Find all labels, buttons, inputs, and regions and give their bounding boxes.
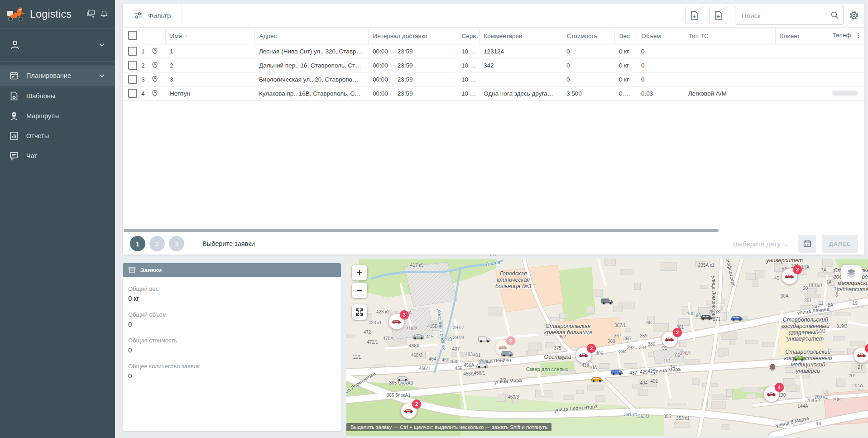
add-document-button[interactable] (685, 7, 703, 24)
cell-name: Нептун (165, 87, 254, 101)
search-input[interactable] (741, 11, 833, 20)
cell-service: 10 … (457, 87, 479, 101)
toolbar-divider (182, 4, 182, 27)
cell-volume: 0 (637, 72, 684, 87)
sidebar-item-reports[interactable]: Отчеты (0, 126, 115, 146)
header-select[interactable] (123, 28, 165, 44)
sidebar-item-chat[interactable]: Чат (0, 146, 115, 166)
user-menu[interactable] (0, 29, 115, 62)
sidebar-item-templates[interactable]: Шаблоны (0, 86, 115, 106)
orders-summary-panel: Заявки Общий вес 0 кг Общий объем 0 Обща… (123, 263, 341, 431)
cell-volume: 0.03 (637, 87, 684, 101)
vehicle-marker-truck[interactable] (478, 336, 491, 342)
resize-handle[interactable]: ⋯ (485, 252, 502, 258)
vehicle-marker-car[interactable] (792, 354, 806, 361)
column-vehicle-type[interactable]: Тип ТС (684, 28, 775, 44)
zoom-in-button[interactable]: + (352, 265, 367, 280)
column-interval[interactable]: Интервал доставки (368, 28, 457, 44)
table-row[interactable]: 1 1 Лесная (Нива Снт) ул., 320, Ставр… 0… (123, 44, 864, 58)
vehicle-marker-car[interactable] (396, 375, 409, 381)
cell-interval: 00:00 — 23:59 (368, 44, 457, 58)
calendar-button[interactable] (798, 235, 816, 253)
row-checkbox[interactable] (128, 75, 137, 84)
vehicle-marker-car[interactable] (730, 314, 743, 321)
cell-address: Дальний пер., 16, Ставрополь, Ст… (254, 58, 368, 72)
fullscreen-button[interactable] (352, 304, 367, 320)
cell-service: 10 … (457, 44, 479, 58)
map[interactable]: ТашлаХолодный родникГородская клиническа… (346, 259, 868, 436)
search-icon[interactable] (830, 11, 839, 19)
step-1[interactable]: 1 (130, 236, 145, 251)
row-number: 3 (141, 76, 148, 83)
table-header-row: Имя↑ Адрес Интервал доставки Серв… Комме… (123, 28, 864, 44)
order-cluster-marker[interactable]: 2 (575, 347, 592, 363)
import-document-button[interactable] (709, 7, 727, 24)
notifications-bell-icon[interactable] (100, 10, 109, 19)
column-volume[interactable]: Объем (637, 28, 684, 44)
app-title: Logistics (30, 8, 72, 20)
table-row[interactable]: 3 3 Биологическая ул., 20, Ставропо… 00:… (123, 72, 864, 87)
table-row[interactable]: 4 Нептун Кулакова пр., 16В, Ставрополь, … (123, 87, 864, 101)
bar-chart-icon (9, 131, 19, 141)
sidebar-item-planning[interactable]: Планирование (0, 65, 115, 86)
column-menu-icon[interactable]: ⋮ (855, 32, 862, 40)
location-pin-icon (152, 62, 158, 69)
column-phone[interactable]: ⋮Телеф (828, 28, 864, 44)
vehicle-marker-truck[interactable] (600, 298, 614, 304)
select-all-checkbox[interactable] (128, 31, 137, 40)
column-service[interactable]: Серв… (457, 28, 479, 44)
vehicle-marker-dot[interactable] (769, 363, 776, 370)
column-address[interactable]: Адрес (254, 28, 368, 44)
horizontal-scrollbar[interactable] (124, 229, 719, 232)
sidebar-item-routes[interactable]: Маршруты (0, 106, 115, 126)
cell-name: 1 (165, 44, 254, 58)
cell-client (775, 72, 828, 87)
step-2[interactable]: 2 (149, 236, 165, 251)
order-cluster-marker[interactable]: 2 (782, 268, 798, 284)
column-client[interactable]: Клиент (775, 28, 828, 44)
column-cost[interactable]: Стоимость (562, 28, 614, 44)
order-cluster-marker[interactable]: 2 (662, 331, 678, 347)
table-row[interactable]: 2 2 Дальний пер., 16, Ставрополь, Ст… 00… (123, 58, 864, 72)
vehicle-marker-van[interactable] (500, 350, 514, 357)
sidebar: Logistics ? (0, 0, 115, 438)
next-button[interactable]: ДАЛЕЕ (822, 235, 858, 253)
vehicle-marker-van[interactable] (610, 369, 623, 375)
box-icon (128, 266, 136, 274)
vehicle-marker-car[interactable] (700, 314, 713, 321)
filter-button[interactable]: Фильтр (123, 4, 182, 27)
cell-address: Лесная (Нива Снт) ул., 320, Ставр… (254, 44, 368, 58)
cell-vehicle-type: Легковой А/М (684, 87, 775, 101)
order-cluster-marker[interactable]: 2 (854, 347, 868, 363)
map-markers-layer: 33222242 (346, 259, 868, 436)
date-placeholder: Выберите дату → (733, 240, 789, 248)
column-comment[interactable]: Комментарий (479, 28, 562, 44)
sidebar-item-label: Маршруты (26, 112, 59, 120)
column-weight[interactable]: Вес (614, 28, 637, 44)
field-value: 0 кг (128, 294, 341, 302)
help-chat-icon[interactable]: ? (86, 10, 96, 19)
fullscreen-expand-icon (355, 308, 364, 316)
step-3[interactable]: 3 (169, 236, 184, 251)
order-cluster-marker[interactable]: 3 (388, 313, 405, 330)
row-checkbox[interactable] (128, 89, 137, 98)
vehicle-marker-car[interactable] (475, 361, 489, 368)
vehicle-marker-car[interactable] (412, 333, 425, 340)
order-cluster-marker[interactable]: 4 (763, 386, 780, 402)
cell-weight: 0 кг (614, 58, 637, 72)
location-pin-icon (152, 90, 158, 97)
row-checkbox[interactable] (128, 47, 137, 56)
row-checkbox[interactable] (128, 61, 137, 70)
order-cluster-marker[interactable]: 2 (401, 403, 417, 419)
orders-table: Имя↑ Адрес Интервал доставки Серв… Комме… (123, 28, 864, 101)
vehicle-marker-car[interactable] (590, 375, 604, 382)
table-body: 1 1 Лесная (Нива Снт) ул., 320, Ставр… 0… (123, 44, 864, 101)
layers-button[interactable] (841, 265, 862, 282)
user-icon (9, 39, 21, 51)
cell-cost: 3 500 (562, 87, 614, 101)
field-label: Общий объем (128, 311, 341, 318)
settings-gear-button[interactable] (844, 6, 864, 24)
cell-comment (479, 72, 562, 87)
column-name[interactable]: Имя↑ (165, 28, 254, 44)
zoom-out-button[interactable]: − (352, 283, 367, 298)
